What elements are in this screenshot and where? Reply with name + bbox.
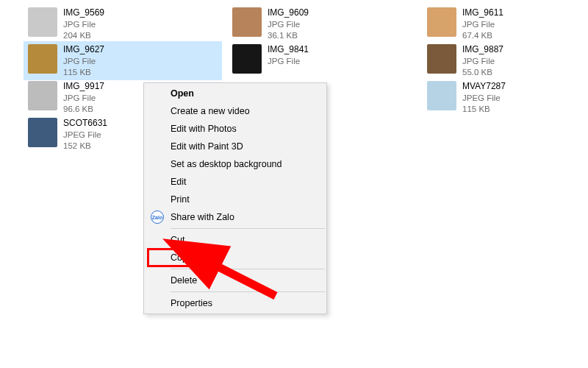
- file-thumbnail: [28, 118, 57, 147]
- file-name: IMG_9609: [268, 7, 309, 19]
- context-menu-separator: [171, 269, 325, 269]
- file-text-block: SCOT6631JPEG File152 KB: [63, 118, 107, 151]
- file-item[interactable]: IMG_9609JPG File36.1 KB: [228, 4, 426, 43]
- context-menu-item[interactable]: Cut: [146, 231, 325, 249]
- file-thumbnail: [232, 44, 262, 74]
- context-menu-item-label: Edit with Paint 3D: [171, 141, 243, 152]
- zalo-icon: Zalo: [151, 210, 164, 224]
- file-name: IMG_9887: [462, 44, 503, 56]
- file-size: 36.1 KB: [268, 30, 309, 41]
- context-menu-item-label: Delete: [171, 275, 197, 286]
- file-type: JPG File: [63, 19, 104, 30]
- file-thumbnail: [232, 7, 262, 37]
- context-menu-item[interactable]: Copy: [146, 249, 325, 266]
- file-text-block: IMG_9917JPG File96.6 KB: [63, 81, 104, 114]
- context-menu-item[interactable]: Properties: [146, 294, 325, 312]
- file-text-block: MVAY7287JPEG File115 KB: [462, 81, 506, 114]
- context-menu-item-label: Share with Zalo: [171, 212, 234, 222]
- context-menu-separator: [171, 291, 325, 292]
- file-size: 204 KB: [63, 30, 104, 41]
- file-text-block: IMG_9841JPG File: [268, 44, 309, 67]
- file-thumbnail: [427, 7, 456, 37]
- context-menu-item[interactable]: Share with ZaloZalo: [146, 208, 325, 226]
- file-name: IMG_9917: [63, 81, 104, 93]
- file-size: 96.6 KB: [63, 104, 104, 115]
- file-type: JPG File: [268, 19, 309, 30]
- file-thumbnail: [427, 81, 456, 110]
- context-menu-item[interactable]: Print: [146, 191, 325, 208]
- file-type: JPEG File: [462, 93, 506, 104]
- file-type: JPEG File: [63, 130, 107, 141]
- file-text-block: IMG_9611JPG File67.4 KB: [462, 7, 503, 40]
- context-menu-item[interactable]: Delete: [146, 272, 325, 289]
- file-text-block: IMG_9569JPG File204 KB: [63, 7, 104, 40]
- file-text-block: IMG_9609JPG File36.1 KB: [268, 7, 309, 40]
- context-menu-item[interactable]: Edit with Photos: [146, 120, 325, 138]
- file-type: JPG File: [63, 56, 104, 67]
- context-menu: OpenCreate a new videoEdit with PhotosEd…: [143, 82, 327, 314]
- file-size: 115 KB: [63, 67, 104, 78]
- file-size: 152 KB: [63, 141, 107, 152]
- file-name: IMG_9569: [63, 7, 104, 19]
- context-menu-item[interactable]: Create a new video: [146, 102, 325, 120]
- file-size: 55.0 KB: [462, 67, 503, 78]
- file-type: JPG File: [63, 93, 104, 104]
- file-name: IMG_9841: [268, 44, 309, 56]
- file-item[interactable]: IMG_9627JPG File115 KB: [24, 41, 222, 80]
- context-menu-item[interactable]: Edit with Paint 3D: [146, 138, 325, 155]
- context-menu-item-label: Copy: [171, 252, 192, 263]
- file-item[interactable]: MVAY7287JPEG File115 KB: [423, 78, 588, 117]
- context-menu-item-label: Edit: [171, 177, 187, 187]
- file-thumbnail: [28, 44, 57, 74]
- context-menu-item[interactable]: Set as desktop background: [146, 155, 325, 173]
- file-item[interactable]: IMG_9611JPG File67.4 KB: [423, 4, 588, 43]
- context-menu-item-label: Properties: [171, 298, 212, 308]
- context-menu-item-label: Set as desktop background: [171, 159, 282, 169]
- file-text-block: IMG_9887JPG File55.0 KB: [462, 44, 503, 77]
- file-item[interactable]: IMG_9841JPG File: [228, 41, 426, 77]
- context-menu-item-label: Open: [171, 88, 194, 99]
- file-name: MVAY7287: [462, 81, 506, 93]
- context-menu-item-label: Print: [171, 194, 190, 205]
- context-menu-item[interactable]: Edit: [146, 173, 325, 191]
- context-menu-separator: [171, 228, 325, 229]
- context-menu-item-label: Cut: [171, 235, 184, 245]
- file-name: IMG_9627: [63, 44, 104, 56]
- context-menu-item-label: Create a new video: [171, 106, 250, 116]
- file-item[interactable]: IMG_9569JPG File204 KB: [24, 4, 222, 43]
- file-type: JPG File: [268, 56, 309, 67]
- file-text-block: IMG_9627JPG File115 KB: [63, 44, 104, 77]
- file-type: JPG File: [462, 56, 503, 67]
- file-name: SCOT6631: [63, 118, 107, 130]
- file-item[interactable]: IMG_9887JPG File55.0 KB: [423, 41, 588, 80]
- file-type: JPG File: [462, 19, 503, 30]
- file-thumbnail: [28, 7, 57, 37]
- context-menu-item-label: Edit with Photos: [171, 124, 237, 134]
- file-size: 115 KB: [462, 104, 506, 115]
- file-thumbnail: [427, 44, 456, 74]
- context-menu-item[interactable]: Open: [146, 85, 325, 102]
- file-size: 67.4 KB: [462, 30, 503, 41]
- file-thumbnail: [28, 81, 57, 110]
- file-name: IMG_9611: [462, 7, 503, 19]
